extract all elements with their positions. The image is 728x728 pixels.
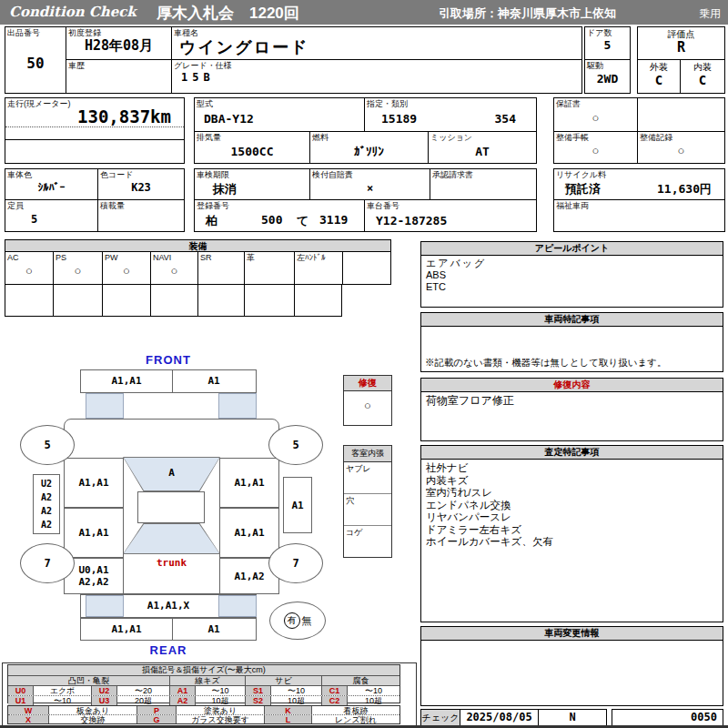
front-bumper: A1,A1 A1 xyxy=(80,369,257,393)
cabin-lining-title: 客室内張 xyxy=(344,446,391,462)
insurance-mark: × xyxy=(310,182,430,195)
equipment-cell-ac: AC ○ xyxy=(5,252,54,284)
taillamp-left xyxy=(86,595,124,617)
spare-tire-indicator: 有 無 xyxy=(269,602,326,640)
history-label: 車歴 xyxy=(66,60,86,71)
appeal-line: ABS xyxy=(426,269,718,281)
transmission-cell: ミッション AT xyxy=(429,132,536,163)
designation-cell: 指定・類別 15189 354 xyxy=(365,98,536,132)
legend-code: A1 xyxy=(170,686,196,695)
appeal-line: ETC xyxy=(426,281,718,293)
check-flag: N xyxy=(539,710,606,725)
windshield-mark: A xyxy=(123,467,220,479)
equipment-cell-leather: 革 xyxy=(245,252,295,284)
mileage-value: 130,837km xyxy=(77,106,171,126)
grade-label: グレード・仕様 xyxy=(172,60,234,71)
transmission-label: ミッション xyxy=(429,132,474,143)
equipment-empty-cell xyxy=(54,285,103,316)
repair-flag-title: 修復 xyxy=(344,376,391,391)
mileage-label: 走行(現メーター) xyxy=(5,98,72,109)
legend-code: L xyxy=(265,715,312,723)
registration-class: 500 xyxy=(261,213,282,227)
first-reg-cell: 初度登録 H28年08月 xyxy=(66,27,172,60)
change-info-title: 車両変更情報 xyxy=(421,627,723,641)
headlamp-left xyxy=(86,393,124,419)
doors-cell: ドア数 5 xyxy=(585,27,630,60)
legend-row-2: U1 〜10 U3 20超 A2 10超 S2 10超 C2 10超 xyxy=(8,696,399,705)
spare-absent: 無 xyxy=(302,614,312,628)
repair-detail-line: 荷物室フロア修正 xyxy=(426,394,718,407)
body-color-cell: 車体色 ｼﾙﾊﾞｰ xyxy=(5,169,98,200)
front-bumper-right-mark: A1 xyxy=(172,375,256,387)
designation-label: 指定・類別 xyxy=(365,98,410,109)
fuel-cell: 燃料 ｶﾞｿﾘﾝ xyxy=(310,132,429,163)
drive-label: 駆動 xyxy=(585,60,605,71)
maintenance-record-cell: 整備記録 ○ xyxy=(638,132,724,163)
equipment-empty-cell xyxy=(5,285,54,316)
legend-desc: 10超 xyxy=(271,696,322,705)
body-color-label: 車体色 xyxy=(5,169,34,180)
load-label: 積載量 xyxy=(98,200,126,211)
legend-group-scratch: 線キズ xyxy=(170,676,246,685)
legend-code: U0 xyxy=(8,686,34,695)
appeal-title: アピールポイント xyxy=(421,242,723,256)
legend-code: U3 xyxy=(92,696,117,705)
vehicle-type: 乗用 xyxy=(699,6,721,22)
rear-bumper-right-mark: A1 xyxy=(172,623,256,635)
legend-desc: 塗装あり xyxy=(177,706,265,714)
model-code-value: DBA-Y12 xyxy=(204,112,254,126)
trunk-label: trunk xyxy=(123,557,220,569)
legend2-row-1: W 板金あり P 塗装あり K 看板跡 xyxy=(8,706,399,715)
chassis-value: Y12-187285 xyxy=(376,214,447,228)
check-box: チェック 2025/08/05 N xyxy=(420,709,607,726)
legend-code: S2 xyxy=(246,696,271,705)
legend-desc: ガラス交換要す xyxy=(177,715,265,723)
legend-table-2: W 板金あり P 塗装あり K 看板跡 X 交換跡 G ガラス交換要す L レン… xyxy=(7,705,400,724)
model-code-cell: 型式 DBA-Y12 xyxy=(195,98,365,132)
legend-title: 損傷記号＆損傷サイズ(〜最大cm) xyxy=(8,665,399,676)
assessment-line: リヤバンパースレ xyxy=(426,511,718,524)
legend-desc: 〜20 xyxy=(117,686,170,695)
capacity-value: 5 xyxy=(31,213,37,226)
right-side-panel: A1 xyxy=(283,477,312,533)
insurance-cell: 検付自賠責 × xyxy=(310,169,430,200)
rear-bumper-left-mark: A1,A1 xyxy=(81,623,172,635)
auction-condition-sheet: Condition Check 厚木入札会 1220回 引取場所：神奈川県厚木市… xyxy=(0,0,728,728)
assessment-line: 室内汚れ/スレ xyxy=(426,487,718,500)
cabin-row-hole: 穴 xyxy=(344,494,391,526)
legend-desc: 交換跡 xyxy=(49,715,137,723)
legend-code: W xyxy=(8,706,49,714)
legend-desc: 〜10 xyxy=(196,686,246,695)
front-right-tire-mark: 5 xyxy=(268,425,323,465)
legend-desc: レンズ割れ xyxy=(312,715,399,723)
vehicle-id-table: 出品番号 50 初度登録 H28年08月 車歴 車種名 ウイングロード グレード… xyxy=(5,26,582,94)
designation-value-1: 15189 xyxy=(381,112,417,126)
rear-right-door: A1,A1 xyxy=(219,508,279,558)
legend-group-corrosion: 腐食 xyxy=(322,676,399,685)
exterior-value: C xyxy=(638,73,680,87)
check-label: チェック xyxy=(421,710,460,725)
capacity-label: 定員 xyxy=(5,200,25,211)
registration-table: 車検期限 抹消 検付自賠責 × 承認請求書 登録番号 柏 500 て 3119 … xyxy=(194,168,537,232)
body-color-value: ｼﾙﾊﾞｰ xyxy=(5,181,97,194)
inspection-label: 車検期限 xyxy=(195,169,231,180)
check-number: 0050 xyxy=(691,711,717,723)
legend-desc: 〜10 xyxy=(271,686,322,695)
cabin-lining-box: 客室内張 ヤブレ 穴 コゲ xyxy=(343,445,392,558)
equipment-label-lhd: 左ﾊﾝﾄﾞﾙ xyxy=(295,252,328,263)
rear-left-door: A1,A1 xyxy=(64,508,124,558)
history-cell: 車歴 xyxy=(66,60,172,93)
equipment-label-pw: PW xyxy=(103,252,120,263)
header-bar: Condition Check 厚木入札会 1220回 引取場所：神奈川県厚木市… xyxy=(0,0,728,25)
documents-table: 保証書 ○ 整備手帳 ○ 整備記録 ○ xyxy=(553,97,725,164)
assessment-line: 社外ナビ xyxy=(426,462,718,475)
assessment-line: エンドパネル交換 xyxy=(426,500,718,512)
left-side-mark: U2 xyxy=(34,477,59,490)
equipment-empty-cell xyxy=(198,285,245,316)
load-cell: 積載量 xyxy=(98,200,184,231)
assessment-section: 査定特記事項 社外ナビ 内装キズ 室内汚れ/スレ エンドパネル交換 リヤバンパー… xyxy=(420,445,723,622)
legend-code: U2 xyxy=(92,686,117,695)
spare-present-circled: 有 xyxy=(284,612,300,629)
equipment-label-leather: 革 xyxy=(245,252,257,263)
color-code-value: K23 xyxy=(98,181,184,194)
